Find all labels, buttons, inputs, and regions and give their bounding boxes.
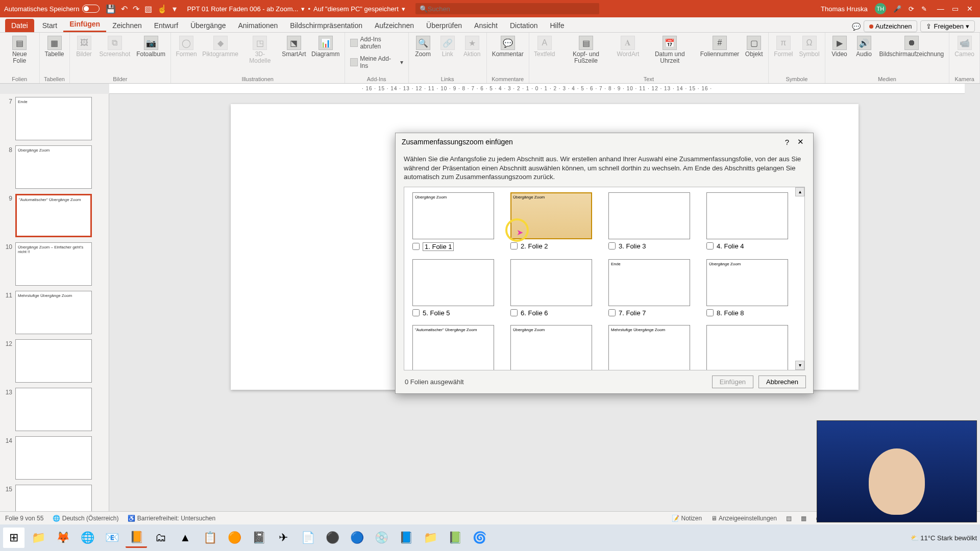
shapes-button[interactable]: ◯Formen xyxy=(174,35,199,59)
slide-indicator[interactable]: Folie 9 von 55 xyxy=(5,515,43,522)
start-button[interactable]: ⊞ xyxy=(3,528,24,548)
app-icon[interactable]: 🟠 xyxy=(224,528,245,548)
explorer-icon[interactable]: 📁 xyxy=(28,528,49,548)
share-button[interactable]: ⇪Freigeben▾ xyxy=(920,20,975,32)
chart-button[interactable]: 📊Diagramm xyxy=(310,35,341,59)
slide-checkbox[interactable] xyxy=(412,309,420,316)
slide-thumbnail[interactable]: 7Ende xyxy=(2,97,107,140)
maximize-button[interactable]: ▭ xyxy=(949,5,962,13)
autosave-toggle[interactable]: Automatisches Speichern xyxy=(4,5,100,13)
dialog-slide-item[interactable]: 4. Folie 4 xyxy=(706,192,796,251)
dialog-slide-item[interactable]: "Automatischer" Übergänge Zoom xyxy=(412,325,502,370)
vlc-icon[interactable]: ▲ xyxy=(175,528,196,548)
tab-animations[interactable]: Animationen xyxy=(232,19,284,32)
cameo-button[interactable]: 📹Cameo xyxy=(952,35,976,59)
table-button[interactable]: ▦Tabelle xyxy=(43,35,66,59)
accessibility-check[interactable]: ♿ Barrierefreiheit: Untersuchen xyxy=(128,515,215,522)
outlook-icon[interactable]: 📧 xyxy=(101,528,122,548)
datetime-button[interactable]: 📅Datum und Uhrzeit xyxy=(643,35,697,65)
slide-thumbnail[interactable]: 14 xyxy=(2,436,107,480)
view-normal-icon[interactable]: ▤ xyxy=(786,515,792,522)
obs-icon[interactable]: ⚫ xyxy=(322,528,343,548)
pictures-button[interactable]: 🖼Bilder xyxy=(73,35,95,59)
firefox-icon[interactable]: 🦊 xyxy=(52,528,74,548)
dialog-slide-item[interactable]: 6. Folie 6 xyxy=(510,259,600,317)
quick-access-toolbar[interactable]: 💾 ↶ ↷ ▧ ☝ ▾ xyxy=(106,4,177,14)
powerpoint-icon[interactable]: 📙 xyxy=(126,528,147,548)
link-button[interactable]: 🔗Link xyxy=(436,35,459,59)
symbol-button[interactable]: ΩSymbol xyxy=(797,35,822,59)
icons-button[interactable]: ◆Piktogramme xyxy=(201,35,240,59)
screenrec-button[interactable]: ⏺Bildschirmaufzeichnung xyxy=(877,35,946,59)
dialog-slide-item[interactable] xyxy=(706,325,796,370)
word-icon[interactable]: 📘 xyxy=(395,528,416,548)
slide-thumbnail[interactable]: 13 xyxy=(2,388,107,431)
user-name[interactable]: Thomas Hruska xyxy=(821,5,868,13)
edge-icon[interactable]: 🌀 xyxy=(469,528,490,548)
screenshot-button[interactable]: ⧉Screenshot xyxy=(97,35,133,59)
tab-draw[interactable]: Zeichnen xyxy=(106,19,148,32)
tab-view[interactable]: Ansicht xyxy=(468,19,504,32)
excel-icon[interactable]: 📗 xyxy=(444,528,465,548)
slidenumber-button[interactable]: #Foliennummer xyxy=(699,35,741,59)
chrome-icon[interactable]: 🌐 xyxy=(77,528,98,548)
tab-design[interactable]: Entwurf xyxy=(148,19,184,32)
dialog-slide-item[interactable]: 3. Folie 3 xyxy=(608,192,698,251)
close-button[interactable]: ✕ xyxy=(964,5,976,13)
cancel-button[interactable]: Abbrechen xyxy=(758,375,806,388)
dialog-slide-item[interactable]: Übergänge Zoom1. Folie 1 xyxy=(412,192,502,251)
headerfooter-button[interactable]: ▤Kopf- und Fußzeile xyxy=(559,35,613,65)
slide-checkbox[interactable] xyxy=(412,243,420,250)
smartart-button[interactable]: ⬔SmartArt xyxy=(280,35,308,59)
tab-help[interactable]: Hilfe xyxy=(544,19,570,32)
slide-checkbox[interactable] xyxy=(608,242,616,249)
app-icon[interactable]: 📁 xyxy=(420,528,441,548)
tab-start[interactable]: Start xyxy=(36,19,64,32)
tab-review[interactable]: Überprüfen xyxy=(420,19,468,32)
scroll-down-button[interactable]: ▾ xyxy=(795,361,804,370)
textbox-button[interactable]: ATextfeld xyxy=(532,35,557,59)
telegram-icon[interactable]: ✈ xyxy=(273,528,294,548)
display-settings[interactable]: 🖥 Anzeigeeinstellungen xyxy=(711,515,777,522)
view-sorter-icon[interactable]: ▦ xyxy=(801,515,806,522)
audio-button[interactable]: 🔊Audio xyxy=(853,35,875,59)
tab-record[interactable]: Aufzeichnen xyxy=(369,19,420,32)
comments-toggle-icon[interactable]: 💬 xyxy=(852,22,861,31)
dialog-close-button[interactable]: ✕ xyxy=(794,137,807,146)
notes-button[interactable]: 📝 Notizen xyxy=(672,515,702,522)
dialog-slide-item[interactable]: 5. Folie 5 xyxy=(412,259,502,317)
slide-thumbnail-panel[interactable]: 7Ende8Übergänge Zoom9"Automatischer" Übe… xyxy=(0,94,109,536)
onenote-icon[interactable]: 📓 xyxy=(248,528,270,548)
document-title[interactable]: PPT 01 Roter Faden 006 - ab Zoom...▾ • A… xyxy=(187,5,405,13)
zoom-button[interactable]: 🔍Zoom xyxy=(412,35,434,59)
insert-button[interactable]: Einfügen xyxy=(712,375,753,388)
3dmodels-button[interactable]: ◳3D- Modelle xyxy=(242,35,278,65)
search-box[interactable]: 🔍 xyxy=(415,3,599,14)
my-addins-button[interactable]: Meine Add-Ins▾ xyxy=(348,54,405,70)
video-button[interactable]: ▶Video xyxy=(828,35,851,59)
system-tray[interactable]: ⛅ 11°C Stark bewölkt xyxy=(911,534,977,542)
mic-icon[interactable]: 🎤 xyxy=(893,5,901,13)
get-addins-button[interactable]: Add-Ins abrufen xyxy=(348,35,405,51)
app-icon[interactable]: 💿 xyxy=(371,528,392,548)
equation-button[interactable]: πFormel xyxy=(772,35,795,59)
app-icon[interactable]: 📋 xyxy=(199,528,220,548)
photoalbum-button[interactable]: 📷Fotoalbum xyxy=(134,35,167,59)
tab-transitions[interactable]: Übergänge xyxy=(184,19,232,32)
tab-file[interactable]: Datei xyxy=(5,19,34,32)
language-indicator[interactable]: 🌐 Deutsch (Österreich) xyxy=(53,515,118,522)
app-icon[interactable]: 📄 xyxy=(297,528,318,548)
notes-icon[interactable]: ✎ xyxy=(921,5,927,13)
app-icon[interactable]: 🗂 xyxy=(150,528,172,548)
slide-checkbox[interactable] xyxy=(510,242,518,249)
user-avatar[interactable]: TH xyxy=(875,3,886,14)
slide-thumbnail[interactable]: 11Mehrstufige Übergänge Zoom xyxy=(2,291,107,334)
action-button[interactable]: ★Aktion xyxy=(461,35,483,59)
slide-checkbox[interactable] xyxy=(706,309,714,316)
dialog-slide-grid[interactable]: ▴ Übergänge Zoom1. Folie 1Übergänge Zoom… xyxy=(404,187,805,370)
slide-checkbox[interactable] xyxy=(510,309,518,316)
dialog-slide-item[interactable]: Übergänge Zoom2. Folie 2 xyxy=(510,192,600,251)
record-button[interactable]: Aufzeichnen xyxy=(864,20,918,32)
dialog-slide-item[interactable]: Ende7. Folie 7 xyxy=(608,259,698,317)
object-button[interactable]: ▢Objekt xyxy=(743,35,765,59)
